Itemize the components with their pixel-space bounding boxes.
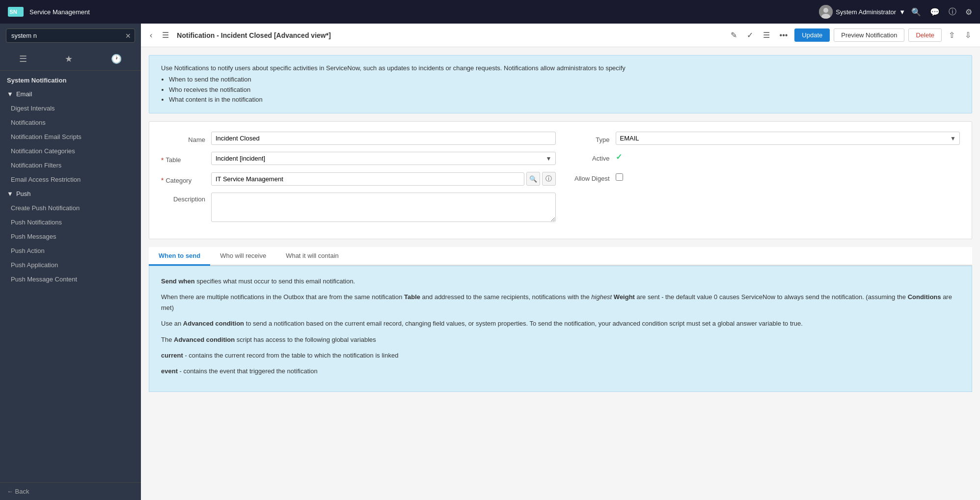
tab-when-to-send[interactable]: When to send [149,247,210,266]
info-banner-list: When to send the notification Who receiv… [169,75,960,105]
info-banner-item-1: When to send the notification [169,75,960,85]
sidebar-item-notifications[interactable]: Notifications [0,115,141,130]
form-section: Name Type EMAIL PUSH ▼ [149,121,972,239]
tabs-section: When to send Who will receive What it wi… [149,247,972,392]
sidebar-group-email[interactable]: ▼ Email [0,87,141,101]
table-label-wrapper: * Table [161,153,205,164]
update-button[interactable]: Update [794,28,830,42]
sidebar-search-container: ✕ [0,24,141,48]
active-label: Active [566,152,610,162]
preview-notification-button[interactable]: Preview Notification [834,28,904,42]
back-nav-button[interactable]: ‹ [147,30,155,41]
avatar [819,5,833,19]
sidebar-group-push[interactable]: ▼ Push [0,187,141,201]
form-half-type: Type EMAIL PUSH ▼ [566,132,960,145]
app-name: Service Management [29,8,90,16]
sidebar-item-push-messages[interactable]: Push Messages [0,229,141,244]
content-header: ‹ ☰ Notification - Incident Closed [Adva… [141,24,980,47]
tab-what-it-will-contain[interactable]: What it will contain [276,247,349,266]
info-banner-item-3: What content is in the notification [169,95,960,105]
form-row-category-allowdigest: * Category 🔍 ⓘ Allow Digest [161,172,960,186]
category-search-icon-button[interactable]: 🔍 [526,172,540,186]
sidebar-section-title: System Notification [0,71,141,87]
sidebar-item-push-notifications[interactable]: Push Notifications [0,215,141,229]
table-select-wrapper: Incident [incident] ▼ [211,152,556,165]
category-label-wrapper: * Category [161,173,205,184]
user-menu[interactable]: System Administrator ▼ [819,5,905,19]
form-row-table-active: * Table Incident [incident] ▼ Active [161,152,960,165]
sidebar-item-create-push-notification[interactable]: Create Push Notification [0,201,141,215]
tab-para-1: Send when specifies what must occur to s… [161,276,960,287]
active-checkbox-wrapper: ✓ [616,152,622,162]
up-arrow-button[interactable]: ⇧ [946,28,958,42]
nav-icons: 🔍 💬 ⓘ ⚙ [911,7,972,17]
svg-text:SN: SN [9,9,17,15]
content-scroll: Use Notifications to notify users about … [141,47,980,500]
tab-who-will-receive[interactable]: Who will receive [210,247,276,266]
search-icon[interactable]: 🔍 [911,7,921,17]
tabs-header: When to send Who will receive What it wi… [149,247,972,266]
sidebar-item-notification-categories[interactable]: Notification Categories [0,144,141,158]
main-layout: ✕ ☰ ★ 🕐 System Notification ▼ Email Dige… [0,24,980,500]
user-name: System Administrator [836,8,896,16]
allow-digest-checkbox[interactable] [616,173,623,181]
description-textarea[interactable] [211,193,556,222]
sidebar-history-icon[interactable]: ☰ [15,52,31,66]
allow-digest-checkbox-wrapper [616,173,623,181]
sidebar-item-push-action[interactable]: Push Action [0,244,141,258]
category-required-star: * [161,176,163,184]
info-banner: Use Notifications to notify users about … [149,55,972,113]
delete-button[interactable]: Delete [908,28,942,42]
chart-icon-button[interactable]: ✓ [744,28,756,42]
help-icon[interactable]: ⓘ [949,7,956,17]
category-info-icon-button[interactable]: ⓘ [542,172,556,186]
description-label: Description [161,193,205,203]
info-banner-item-2: Who receives the notification [169,85,960,95]
tab-para-4: The Advanced condition script has access… [161,334,960,345]
form-half-table: * Table Incident [incident] ▼ [161,152,556,165]
category-label: Category [165,177,191,184]
form-half-active: Active ✓ [566,152,960,162]
sidebar-item-push-message-content[interactable]: Push Message Content [0,272,141,286]
sidebar-favorites-icon[interactable]: ★ [61,52,77,66]
sidebar-recent-icon[interactable]: 🕐 [107,52,126,66]
top-navigation: SN Service Management System Administrat… [0,0,980,24]
logo: SN Service Management [8,7,90,17]
name-input[interactable] [211,132,556,145]
sidebar-item-digest-intervals[interactable]: Digest Intervals [0,101,141,115]
sidebar-back-btn[interactable]: ← Back [0,482,141,500]
edit-icon-button[interactable]: ✎ [728,28,740,42]
type-select[interactable]: EMAIL PUSH [616,132,960,145]
sidebar-item-push-application[interactable]: Push Application [0,258,141,272]
chat-icon[interactable]: 💬 [930,7,940,17]
sidebar-item-notification-email-scripts[interactable]: Notification Email Scripts [0,130,141,144]
settings-icon[interactable]: ⚙ [965,7,972,17]
user-dropdown-icon[interactable]: ▼ [899,8,905,16]
tab-content-when-to-send: Send when specifies what must occur to s… [149,266,972,392]
menu-icon-button[interactable]: ☰ [159,29,172,41]
form-half-description: Description [161,193,556,222]
name-label: Name [161,133,205,143]
sliders-icon-button[interactable]: ☰ [760,28,773,42]
svg-point-3 [823,8,828,13]
sidebar-icon-bar: ☰ ★ 🕐 [0,48,141,71]
category-input[interactable] [211,172,524,186]
sidebar-item-email-access-restriction[interactable]: Email Access Restriction [0,172,141,187]
active-checkmark: ✓ [616,152,622,162]
table-required-star: * [161,156,163,164]
form-half-allow-digest: Allow Digest [566,172,960,182]
tab-para-6: event - contains the event that triggere… [161,366,960,377]
tab-para-3: Use an Advanced condition to send a noti… [161,318,960,329]
form-half-name: Name [161,132,556,145]
tab-para-5: current - contains the current record fr… [161,350,960,361]
search-input[interactable] [6,28,135,43]
allow-digest-label: Allow Digest [566,172,610,182]
down-arrow-button[interactable]: ⇩ [962,28,974,42]
table-select[interactable]: Incident [incident] [211,152,556,165]
page-title: Notification - Incident Closed [Advanced… [177,31,722,39]
more-icon-button[interactable]: ••• [777,29,791,42]
type-label: Type [566,133,610,143]
search-clear-icon[interactable]: ✕ [125,32,131,40]
sidebar-item-notification-filters[interactable]: Notification Filters [0,158,141,172]
sidebar: ✕ ☰ ★ 🕐 System Notification ▼ Email Dige… [0,24,141,500]
